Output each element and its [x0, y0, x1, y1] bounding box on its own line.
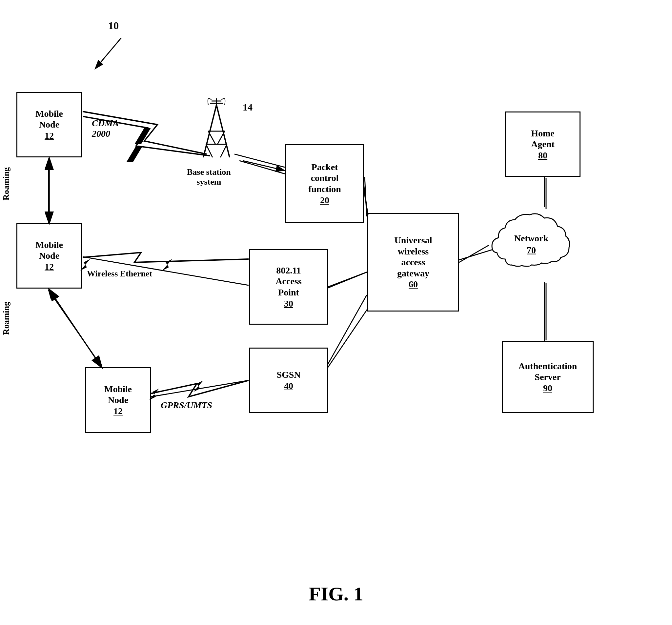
roaming-label-top: Roaming [1, 167, 11, 200]
ap-box: 802.11AccessPoint 30 [249, 249, 328, 324]
uwag-box: Universalwirelessaccessgateway 60 [367, 213, 459, 312]
svg-line-21 [206, 144, 213, 158]
sgsn-box: SGSN 40 [249, 347, 328, 413]
base-station-label: Base stationsystem [187, 167, 231, 187]
cdma-label: CDMA2000 [92, 118, 119, 139]
svg-line-20 [217, 131, 225, 144]
mobile-node-mid: MobileNode 12 [17, 223, 82, 289]
pcf-box: Packetcontrolfunction 20 [285, 144, 364, 223]
base-station-tower [193, 98, 239, 164]
mobile-node-bottom: MobileNode 12 [85, 367, 151, 433]
roaming-label-bottom: Roaming [1, 302, 11, 335]
mobile-node-top: MobileNode 12 [17, 92, 82, 158]
diagram-ref-number: 10 [108, 20, 119, 32]
auth-server-box: AuthenticationServer 90 [502, 341, 594, 413]
home-agent-box: HomeAgent 80 [505, 112, 580, 177]
wireless-ethernet-label: Wireless Ethernet [87, 269, 152, 279]
tower-ref: 14 [243, 102, 253, 113]
gprs-umts-label: GPRS/UMTS [161, 400, 212, 411]
svg-line-22 [220, 144, 227, 158]
network-cloud: Network 70 [489, 207, 574, 282]
fig-caption: FIG. 1 [309, 583, 363, 605]
svg-line-19 [208, 131, 215, 144]
